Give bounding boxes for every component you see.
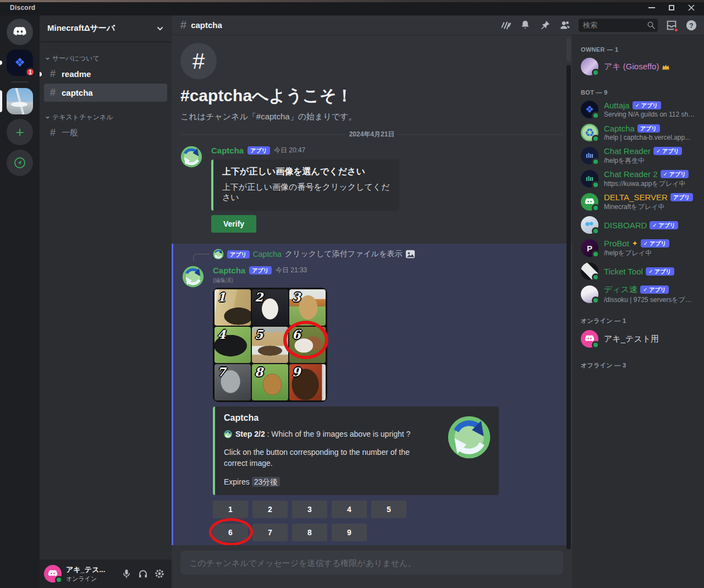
threads-button[interactable] bbox=[499, 19, 512, 31]
notifications-button[interactable] bbox=[519, 19, 531, 31]
number-button-1[interactable]: 1 bbox=[213, 501, 248, 518]
online-status-dot bbox=[592, 296, 600, 304]
captcha-bot-avatar[interactable] bbox=[180, 146, 202, 168]
members-heading-online: オンライン — 1 bbox=[576, 306, 700, 327]
channel-label: captcha bbox=[62, 88, 93, 97]
message-author[interactable]: Captcha bbox=[213, 266, 245, 275]
user-avatar[interactable] bbox=[44, 565, 62, 582]
captcha-logo-icon bbox=[180, 146, 202, 168]
explore-servers-button[interactable] bbox=[7, 150, 33, 176]
channel-captcha[interactable]: # captcha bbox=[44, 84, 167, 102]
chevron-down-icon bbox=[156, 25, 164, 32]
window-minimize-button[interactable] bbox=[644, 2, 660, 14]
member-row[interactable]: P ProBot ✦ ✓ アプリ /helpをプレイ中 bbox=[576, 237, 700, 260]
app-badge: ✓ アプリ bbox=[632, 101, 661, 109]
pinned-messages-button[interactable] bbox=[539, 19, 551, 31]
member-name: アキ_テスト用 bbox=[604, 334, 659, 344]
app-badge: アプリ bbox=[249, 266, 272, 274]
embed-body: Click on the button corresponding to the… bbox=[224, 447, 435, 469]
server-icon-minecraft[interactable] bbox=[7, 88, 33, 114]
member-row[interactable]: ılıı Chat Reader 2 ✓ アプリ https://kuwa.ap… bbox=[576, 167, 700, 190]
captcha-logo-thumbnail bbox=[447, 415, 491, 459]
home-button[interactable] bbox=[7, 19, 33, 45]
reply-author: Captcha bbox=[253, 250, 282, 259]
member-status: /dissoku | 9725 serversをプレ... bbox=[604, 295, 695, 305]
channel-title: captcha bbox=[191, 20, 222, 30]
window-title: Discord bbox=[10, 4, 35, 12]
verify-button[interactable]: Verify bbox=[211, 215, 256, 233]
member-row[interactable]: アキ (Gioseffo) bbox=[576, 55, 700, 78]
reply-spine bbox=[193, 254, 210, 261]
online-status-dot bbox=[55, 576, 63, 584]
members-icon bbox=[559, 19, 571, 31]
member-name: Captcha bbox=[604, 124, 635, 133]
online-status-dot bbox=[592, 69, 600, 76]
members-heading-offline: オフライン — 3 bbox=[576, 350, 700, 372]
number-button-8[interactable]: 8 bbox=[292, 524, 327, 541]
member-row[interactable]: ılıı Chat Reader ✓ アプリ /helpを再生中 bbox=[576, 144, 700, 167]
image-number: 9 bbox=[292, 365, 300, 379]
member-status: /helpをプレイ中 bbox=[604, 249, 695, 258]
ephemeral-message: アプリ Captcha クリックして添付ファイルを表示 bbox=[172, 244, 572, 545]
chat-scrollbar[interactable] bbox=[566, 37, 571, 549]
captcha-image-grid[interactable]: 1 2 3 4 5 6 7 8 9 bbox=[213, 288, 327, 402]
member-row[interactable]: Ticket Tool ✓ アプリ bbox=[576, 260, 700, 283]
number-button-5[interactable]: 5 bbox=[371, 501, 406, 518]
embed-title: Captcha bbox=[224, 413, 435, 423]
category-text-channels[interactable]: テキストチャンネル bbox=[40, 109, 172, 123]
image-attachment-icon bbox=[405, 249, 415, 259]
unread-pill bbox=[0, 61, 2, 65]
member-row[interactable]: ♻ Captcha アプリ /help | captcha-b.vercel.a… bbox=[576, 121, 700, 144]
probot-logo-icon: P bbox=[587, 244, 592, 252]
captcha-bot-avatar[interactable] bbox=[182, 266, 204, 288]
window-maximize-button[interactable] bbox=[663, 2, 680, 14]
expires-timestamp: 23分後 bbox=[252, 477, 280, 487]
number-button-2[interactable]: 2 bbox=[252, 501, 288, 518]
category-server-about[interactable]: サーバについて bbox=[40, 51, 172, 64]
message-author[interactable]: Captcha bbox=[211, 146, 244, 155]
captcha-bot-avatar-small bbox=[213, 249, 224, 260]
avatar bbox=[581, 216, 598, 234]
number-button-9[interactable]: 9 bbox=[332, 524, 367, 541]
user-info[interactable]: アキ_テス... オンライン bbox=[66, 565, 114, 583]
window-close-button[interactable] bbox=[683, 2, 700, 14]
member-name: Chat Reader 2 bbox=[604, 169, 658, 179]
scrollbar-thumb[interactable] bbox=[566, 65, 571, 549]
image-number: 4 bbox=[217, 327, 226, 342]
hash-icon: # bbox=[193, 49, 205, 74]
search-input[interactable] bbox=[579, 19, 658, 32]
channel-label: 一般 bbox=[62, 128, 78, 138]
member-row[interactable]: アキ_テスト用 bbox=[576, 327, 700, 350]
member-row[interactable]: ディス速 ✓ アプリ /dissoku | 9725 serversをプレ... bbox=[576, 283, 700, 306]
search-box bbox=[579, 19, 658, 32]
member-name: DELTA_SERVER bbox=[604, 193, 668, 202]
online-status-dot bbox=[592, 181, 600, 189]
member-row[interactable]: DELTA_SERVER アプリ Minecraftをプレイ中 bbox=[576, 190, 700, 213]
member-row[interactable]: DISBOARD ✓ アプリ bbox=[576, 213, 700, 237]
server-header[interactable]: MinecraftΔサーバ bbox=[40, 15, 172, 42]
message-captcha-2: Captcha アプリ 今日 21:33 (編集済) 1 2 3 4 bbox=[173, 262, 572, 543]
deafen-button[interactable] bbox=[135, 566, 151, 581]
help-button[interactable]: ? bbox=[685, 19, 697, 31]
member-row[interactable]: ❖ Auttaja ✓ アプリ Serving N/A guilds on 11… bbox=[576, 98, 700, 121]
channel-readme[interactable]: # readme bbox=[44, 65, 167, 83]
channel-general[interactable]: # 一般 bbox=[44, 124, 167, 142]
captcha-logo-icon bbox=[213, 249, 224, 260]
add-server-button[interactable]: + bbox=[7, 119, 33, 145]
online-status-dot bbox=[592, 204, 600, 212]
member-name: ProBot bbox=[604, 239, 629, 248]
number-button-6[interactable]: 6 bbox=[213, 524, 248, 541]
number-button-4[interactable]: 4 bbox=[332, 501, 367, 518]
reply-reference[interactable]: アプリ Captcha クリックして添付ファイルを表示 bbox=[173, 248, 572, 260]
mic-button[interactable] bbox=[119, 566, 134, 581]
message-input[interactable] bbox=[189, 558, 554, 568]
settings-button[interactable] bbox=[152, 566, 167, 581]
member-list-button[interactable] bbox=[559, 19, 571, 31]
number-button-7[interactable]: 7 bbox=[252, 524, 288, 541]
member-status: https://kuwa.appをプレイ中 bbox=[604, 179, 695, 189]
mention-badge: 1 bbox=[25, 67, 35, 77]
grid-image-1: 1 bbox=[215, 289, 251, 326]
number-button-3[interactable]: 3 bbox=[292, 501, 327, 518]
inbox-button[interactable] bbox=[666, 19, 678, 31]
search-icon bbox=[647, 21, 656, 30]
